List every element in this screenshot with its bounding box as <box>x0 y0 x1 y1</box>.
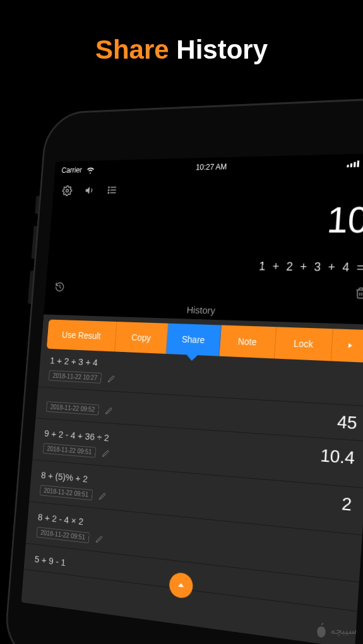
copy-button[interactable]: Copy <box>115 322 169 354</box>
svg-point-4 <box>109 187 109 187</box>
wifi-icon <box>85 164 95 175</box>
history-timestamp: 2018-11-22 09:51 <box>40 485 93 501</box>
gear-icon[interactable] <box>62 185 73 196</box>
more-actions-button[interactable] <box>331 329 363 363</box>
expression-value: 1 + 2 + 3 + 4 = <box>58 257 363 274</box>
phone-frame: Carrier 10:27 AM <box>3 97 363 644</box>
watermark: سیبچه <box>315 623 357 638</box>
svg-point-6 <box>108 192 109 193</box>
history-timestamp: 2018-11-22 10:27 <box>49 370 102 383</box>
note-button[interactable]: Note <box>219 325 277 358</box>
svg-point-0 <box>66 189 68 192</box>
list-icon[interactable] <box>107 184 118 196</box>
history-icon[interactable] <box>54 281 65 293</box>
use-result-button[interactable]: Use Result <box>47 319 117 351</box>
edit-icon[interactable] <box>100 447 111 459</box>
promo-title: Share History <box>0 35 363 65</box>
edit-icon[interactable] <box>97 490 108 503</box>
promo-accent: Share <box>95 35 169 64</box>
promo-rest: History <box>176 35 268 64</box>
edit-icon[interactable] <box>105 373 117 385</box>
lock-button[interactable]: Lock <box>274 327 333 361</box>
trash-icon[interactable] <box>354 286 363 299</box>
calculator-display: 10 1 + 2 + 3 + 4 = <box>47 199 363 281</box>
volume-icon[interactable] <box>84 185 95 196</box>
edit-icon[interactable] <box>93 533 105 546</box>
history-list[interactable]: Use Result Copy Share Note Lock 1 + 2 + … <box>21 314 363 644</box>
signal-icon <box>347 160 359 167</box>
history-result: 10.4 <box>319 445 355 469</box>
share-button[interactable]: Share <box>166 323 222 356</box>
history-timestamp: 2018-11-22 09:51 <box>43 443 96 457</box>
clock: 10:27 AM <box>159 161 265 173</box>
result-value: 10 <box>61 199 363 240</box>
screen: Carrier 10:27 AM <box>21 153 363 644</box>
history-timestamp: 2018-11-22 09:51 <box>36 527 89 543</box>
svg-point-5 <box>108 190 109 190</box>
edit-icon[interactable] <box>103 405 114 417</box>
history-result: 2 <box>341 493 352 515</box>
history-result: 45 <box>336 411 357 433</box>
carrier-label: Carrier <box>61 166 82 175</box>
history-timestamp: 2018-11-22 09:52 <box>46 401 99 415</box>
